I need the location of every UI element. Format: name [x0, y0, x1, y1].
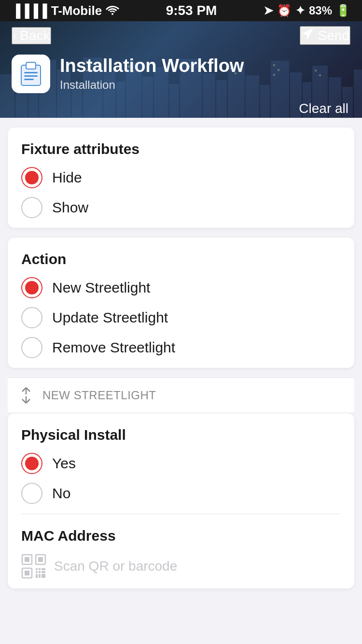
physical-install-no-radio[interactable]: [21, 483, 42, 504]
action-card: Action New Streetlight Update Streetligh…: [8, 238, 354, 368]
mac-input-row[interactable]: Scan QR or barcode: [21, 554, 341, 579]
action-title: Action: [21, 251, 341, 267]
physical-install-yes-option[interactable]: Yes: [21, 453, 341, 474]
send-label: Send: [318, 28, 349, 43]
send-icon: [301, 27, 314, 44]
new-streetlight-separator-label: NEW STREETLIGHT: [42, 389, 156, 402]
svg-rect-46: [24, 75, 38, 77]
action-new-streetlight-radio[interactable]: [21, 277, 42, 298]
svg-rect-65: [42, 571, 45, 573]
fixture-attributes-section: Fixture attributes Hide Show: [8, 127, 354, 228]
send-button[interactable]: Send: [300, 26, 350, 45]
action-section: Action New Streetlight Update Streetligh…: [8, 238, 354, 368]
signal-icon: ▐▐▐▐: [12, 3, 47, 18]
back-button[interactable]: ‹ Back: [12, 27, 51, 44]
fixture-attributes-options: Hide Show: [21, 167, 341, 218]
svg-rect-66: [36, 574, 38, 578]
app-icon: [12, 55, 50, 93]
action-remove-streetlight-option[interactable]: Remove Streetlight: [21, 337, 341, 358]
hero-title: Installation Workflow: [60, 56, 244, 76]
physical-install-section: Physical Install Yes No: [8, 413, 354, 514]
fixture-hide-radio[interactable]: [21, 167, 42, 188]
battery-icon: 🔋: [336, 4, 350, 17]
svg-rect-68: [42, 574, 45, 578]
svg-rect-67: [39, 574, 41, 578]
new-streetlight-separator: NEW STREETLIGHT: [8, 378, 354, 413]
status-bar: ▐▐▐▐ T-Mobile 9:53 PM ➤ ⏰ ✦ 83% 🔋: [0, 0, 362, 21]
svg-rect-61: [39, 568, 41, 570]
time-display: 9:53 PM: [166, 3, 217, 18]
action-options: New Streetlight Update Streetlight Remov…: [21, 277, 341, 358]
physical-install-no-label: No: [52, 485, 70, 502]
fixture-attributes-card: Fixture attributes Hide Show: [8, 127, 354, 228]
hero-subtitle: Installation: [60, 78, 244, 92]
wifi-icon: [106, 3, 119, 18]
svg-rect-63: [36, 571, 38, 573]
action-update-streetlight-option[interactable]: Update Streetlight: [21, 307, 341, 328]
mac-address-placeholder: Scan QR or barcode: [54, 559, 177, 574]
action-remove-streetlight-label: Remove Streetlight: [52, 339, 175, 356]
back-chevron-icon: ‹: [13, 28, 17, 43]
qr-code-icon: [21, 554, 46, 579]
hero-text: Installation Workflow Installation: [60, 56, 244, 92]
action-remove-streetlight-radio[interactable]: [21, 337, 42, 358]
fixture-attributes-title: Fixture attributes: [21, 141, 341, 157]
battery-label: 83%: [309, 4, 332, 17]
alarm-icon: ⏰: [277, 4, 292, 17]
physical-install-no-option[interactable]: No: [21, 483, 341, 504]
fixture-hide-option[interactable]: Hide: [21, 167, 341, 188]
mac-address-title: MAC Address: [21, 528, 341, 544]
hero-content: Installation Workflow Installation: [0, 50, 362, 98]
clear-all-button[interactable]: Clear all: [299, 101, 348, 116]
action-new-streetlight-label: New Streetlight: [52, 280, 150, 296]
location-icon: ➤: [264, 4, 273, 17]
fixture-show-label: Show: [52, 199, 88, 216]
svg-rect-64: [39, 571, 41, 573]
physical-install-yes-label: Yes: [52, 455, 76, 472]
status-left: ▐▐▐▐ T-Mobile: [12, 3, 119, 18]
svg-rect-57: [38, 557, 43, 562]
mac-address-section: MAC Address: [8, 514, 354, 588]
physical-install-options: Yes No: [21, 453, 341, 504]
physical-install-title: Physical Install: [21, 427, 341, 443]
svg-rect-59: [25, 571, 29, 575]
action-update-streetlight-label: Update Streetlight: [52, 309, 168, 326]
action-new-streetlight-option[interactable]: New Streetlight: [21, 277, 341, 298]
svg-rect-47: [24, 79, 34, 80]
svg-rect-44: [26, 62, 36, 69]
physical-install-card: Physical Install Yes No MAC Address: [8, 413, 354, 588]
carrier-label: T-Mobile: [51, 3, 102, 18]
svg-rect-60: [36, 568, 38, 570]
action-update-streetlight-radio[interactable]: [21, 307, 42, 328]
back-label: Back: [20, 28, 50, 43]
nav-bar: ‹ Back Send: [0, 21, 362, 50]
fixture-hide-label: Hide: [52, 169, 82, 186]
fixture-show-option[interactable]: Show: [21, 197, 341, 218]
bluetooth-icon: ✦: [295, 4, 305, 17]
separator-split-icon: [17, 387, 35, 404]
hero-section: ‹ Back Send Installati: [0, 21, 362, 118]
status-right: ➤ ⏰ ✦ 83% 🔋: [264, 4, 350, 17]
physical-install-yes-radio[interactable]: [21, 453, 42, 474]
clear-all-row: Clear all: [0, 98, 362, 118]
svg-rect-55: [25, 557, 29, 562]
fixture-show-radio[interactable]: [21, 197, 42, 218]
svg-rect-62: [42, 568, 45, 570]
svg-rect-45: [24, 72, 38, 73]
main-content: Fixture attributes Hide Show Action New …: [0, 118, 362, 608]
